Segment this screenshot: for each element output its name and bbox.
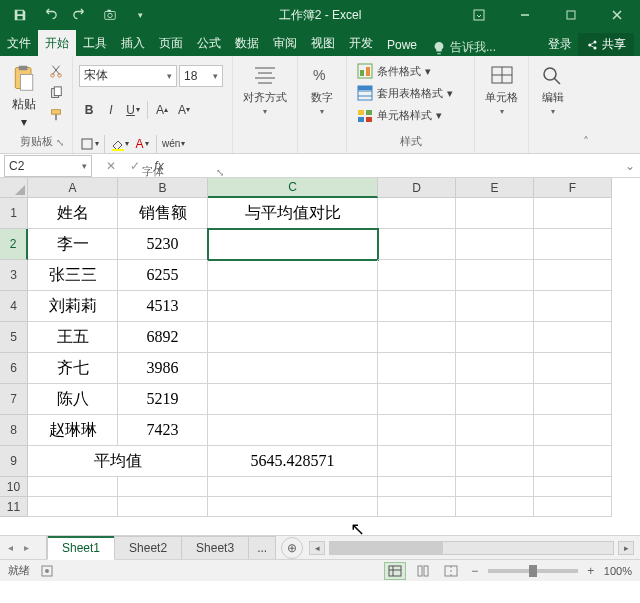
- sheet-tab-more[interactable]: ...: [248, 536, 276, 559]
- format-table-button[interactable]: 套用表格格式 ▾: [353, 82, 468, 104]
- share-button[interactable]: 共享: [578, 33, 634, 56]
- cell-D5[interactable]: [378, 322, 456, 353]
- tab-formulas[interactable]: 公式: [190, 30, 228, 56]
- cell-A9[interactable]: 平均值: [28, 446, 208, 477]
- cell-D6[interactable]: [378, 353, 456, 384]
- cell-B2[interactable]: 5230: [118, 229, 208, 260]
- cell-A4[interactable]: 刘莉莉: [28, 291, 118, 322]
- cell-C6[interactable]: [208, 353, 378, 384]
- view-normal-icon[interactable]: [384, 562, 406, 580]
- conditional-format-button[interactable]: 条件格式 ▾: [353, 60, 468, 82]
- cell-E7[interactable]: [456, 384, 534, 415]
- underline-button[interactable]: U▾: [123, 100, 143, 120]
- collapse-ribbon-icon[interactable]: ˄: [577, 56, 595, 153]
- cell-A10[interactable]: [28, 477, 118, 497]
- cell-C10[interactable]: [208, 477, 378, 497]
- cell-B11[interactable]: [118, 497, 208, 517]
- camera-icon[interactable]: [96, 2, 124, 28]
- cell-B1[interactable]: 销售额: [118, 198, 208, 229]
- undo-icon[interactable]: [36, 2, 64, 28]
- cell-B3[interactable]: 6255: [118, 260, 208, 291]
- cell-A11[interactable]: [28, 497, 118, 517]
- select-all-corner[interactable]: [0, 178, 28, 198]
- sheet-nav-prev-icon[interactable]: ◂: [8, 542, 22, 553]
- cell-F9[interactable]: [534, 446, 612, 477]
- tab-insert[interactable]: 插入: [114, 30, 152, 56]
- row-head-3[interactable]: 3: [0, 260, 28, 291]
- scroll-left-icon[interactable]: ◂: [309, 541, 325, 555]
- add-sheet-button[interactable]: ⊕: [281, 537, 303, 559]
- grow-font-icon[interactable]: A▴: [152, 100, 172, 120]
- row-head-2[interactable]: 2: [0, 229, 28, 260]
- zoom-out-button[interactable]: −: [468, 564, 482, 578]
- cut-icon[interactable]: [46, 62, 66, 80]
- formula-input[interactable]: [174, 155, 620, 177]
- cell-C3[interactable]: [208, 260, 378, 291]
- cell-F2[interactable]: [534, 229, 612, 260]
- alignment-button[interactable]: 对齐方式▾: [239, 60, 291, 118]
- sheet-tab-3[interactable]: Sheet3: [181, 536, 249, 559]
- expand-formula-icon[interactable]: ⌄: [620, 159, 640, 173]
- row-head-11[interactable]: 11: [0, 497, 28, 517]
- cell-B8[interactable]: 7423: [118, 415, 208, 446]
- cell-F4[interactable]: [534, 291, 612, 322]
- cell-A8[interactable]: 赵琳琳: [28, 415, 118, 446]
- font-color-icon[interactable]: A▾: [132, 134, 152, 154]
- sheet-tab-1[interactable]: Sheet1: [47, 536, 115, 560]
- phonetic-icon[interactable]: wén▾: [161, 134, 186, 154]
- tab-file[interactable]: 文件: [0, 30, 38, 56]
- cell-C8[interactable]: [208, 415, 378, 446]
- cell-A2[interactable]: 李一: [28, 229, 118, 260]
- cell-C9[interactable]: 5645.428571: [208, 446, 378, 477]
- close-button[interactable]: [594, 0, 640, 30]
- sheet-tab-2[interactable]: Sheet2: [114, 536, 182, 559]
- cell-F1[interactable]: [534, 198, 612, 229]
- cell-D4[interactable]: [378, 291, 456, 322]
- login-link[interactable]: 登录: [548, 36, 572, 53]
- col-head-F[interactable]: F: [534, 178, 612, 198]
- cell-D7[interactable]: [378, 384, 456, 415]
- font-name-combo[interactable]: 宋体▾: [79, 65, 177, 87]
- cell-B4[interactable]: 4513: [118, 291, 208, 322]
- macro-record-icon[interactable]: [40, 564, 54, 578]
- tab-developer[interactable]: 开发: [342, 30, 380, 56]
- cell-A6[interactable]: 齐七: [28, 353, 118, 384]
- row-head-6[interactable]: 6: [0, 353, 28, 384]
- ribbon-options-icon[interactable]: [456, 0, 502, 30]
- row-head-4[interactable]: 4: [0, 291, 28, 322]
- row-head-5[interactable]: 5: [0, 322, 28, 353]
- maximize-button[interactable]: [548, 0, 594, 30]
- cell-B7[interactable]: 5219: [118, 384, 208, 415]
- qat-customize-icon[interactable]: ▾: [126, 2, 154, 28]
- cell-F10[interactable]: [534, 477, 612, 497]
- col-head-A[interactable]: A: [28, 178, 118, 198]
- cell-D1[interactable]: [378, 198, 456, 229]
- view-pagelayout-icon[interactable]: [412, 562, 434, 580]
- cell-E11[interactable]: [456, 497, 534, 517]
- shrink-font-icon[interactable]: A▾: [174, 100, 194, 120]
- border-icon[interactable]: ▾: [79, 134, 100, 154]
- cell-F11[interactable]: [534, 497, 612, 517]
- row-head-9[interactable]: 9: [0, 446, 28, 477]
- scroll-thumb[interactable]: [330, 542, 443, 554]
- bold-button[interactable]: B: [79, 100, 99, 120]
- cell-E2[interactable]: [456, 229, 534, 260]
- view-pagebreak-icon[interactable]: [440, 562, 462, 580]
- cell-E10[interactable]: [456, 477, 534, 497]
- cell-F7[interactable]: [534, 384, 612, 415]
- zoom-slider[interactable]: [488, 569, 578, 573]
- tab-power[interactable]: Powe: [380, 33, 424, 56]
- save-icon[interactable]: [6, 2, 34, 28]
- cell-D11[interactable]: [378, 497, 456, 517]
- col-head-C[interactable]: C: [208, 178, 378, 198]
- tab-view[interactable]: 视图: [304, 30, 342, 56]
- redo-icon[interactable]: [66, 2, 94, 28]
- cell-C2[interactable]: [208, 229, 378, 260]
- cell-C5[interactable]: [208, 322, 378, 353]
- cell-B10[interactable]: [118, 477, 208, 497]
- cell-E5[interactable]: [456, 322, 534, 353]
- fill-color-icon[interactable]: ▾: [109, 134, 130, 154]
- tab-data[interactable]: 数据: [228, 30, 266, 56]
- cell-E3[interactable]: [456, 260, 534, 291]
- copy-icon[interactable]: [46, 84, 66, 102]
